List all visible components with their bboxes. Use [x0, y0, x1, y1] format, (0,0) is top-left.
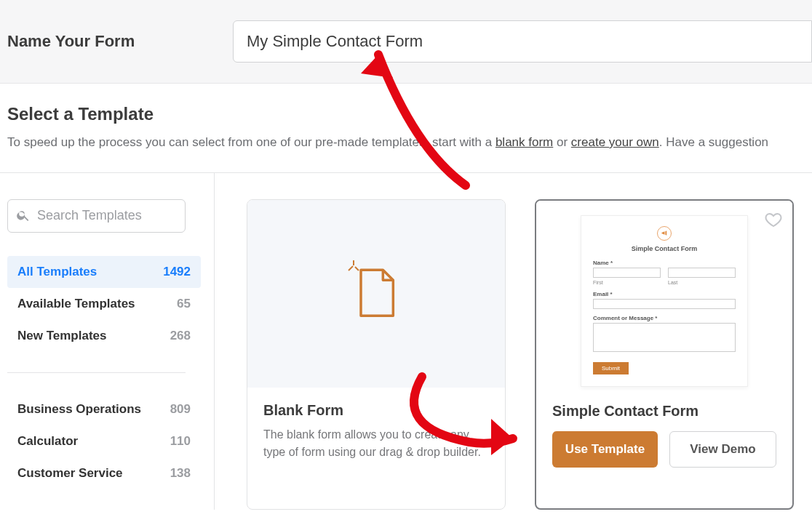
filter-count: 1492 — [163, 265, 191, 279]
filter-available-templates[interactable]: Available Templates 65 — [7, 288, 201, 320]
category-business-operations[interactable]: Business Operations 809 — [7, 393, 201, 425]
template-card-simple-contact-form[interactable]: Simple Contact Form Name * First Last Em… — [535, 199, 794, 510]
category-label: Customer Service — [17, 466, 123, 481]
create-your-own-link[interactable]: create your own — [571, 135, 659, 149]
filter-label: All Templates — [17, 265, 97, 279]
search-templates-input[interactable] — [7, 199, 186, 233]
select-template-heading: Select a Template — [7, 104, 805, 124]
favorite-icon[interactable] — [765, 211, 782, 228]
use-template-button[interactable]: Use Template — [552, 431, 658, 468]
form-preview-thumbnail: Simple Contact Form Name * First Last Em… — [581, 215, 748, 387]
blank-form-link[interactable]: blank form — [495, 135, 553, 149]
category-label: Calculator — [17, 434, 78, 449]
svg-line-1 — [349, 266, 353, 270]
card-preview: Simple Contact Form Name * First Last Em… — [536, 201, 792, 388]
filter-count: 268 — [170, 329, 191, 343]
filter-new-templates[interactable]: New Templates 268 — [7, 320, 201, 352]
category-label: Business Operations — [17, 402, 141, 417]
card-title: Simple Contact Form — [552, 403, 776, 420]
sparkle-icon — [347, 259, 360, 272]
megaphone-icon — [657, 226, 672, 241]
file-icon — [356, 268, 397, 319]
category-customer-service[interactable]: Customer Service 138 — [7, 457, 201, 489]
category-count: 809 — [170, 402, 191, 417]
card-preview — [247, 200, 505, 388]
category-calculator[interactable]: Calculator 110 — [7, 425, 201, 457]
view-demo-button[interactable]: View Demo — [669, 431, 776, 468]
category-count: 138 — [170, 466, 191, 481]
form-name-input[interactable] — [233, 20, 812, 63]
search-icon — [16, 208, 31, 223]
name-your-form-label: Name Your Form — [7, 32, 233, 51]
card-description: The blank form allows you to create any … — [263, 426, 489, 461]
card-title: Blank Form — [263, 402, 489, 419]
category-count: 110 — [170, 434, 191, 449]
select-template-description: To speed up the process you can select f… — [7, 133, 805, 152]
filter-label: New Templates — [17, 329, 107, 343]
filter-all-templates[interactable]: All Templates 1492 — [7, 256, 201, 288]
svg-line-3 — [355, 267, 359, 270]
filter-count: 65 — [177, 297, 191, 311]
filter-label: Available Templates — [17, 297, 135, 311]
template-card-blank-form[interactable]: Blank Form The blank form allows you to … — [247, 199, 506, 510]
